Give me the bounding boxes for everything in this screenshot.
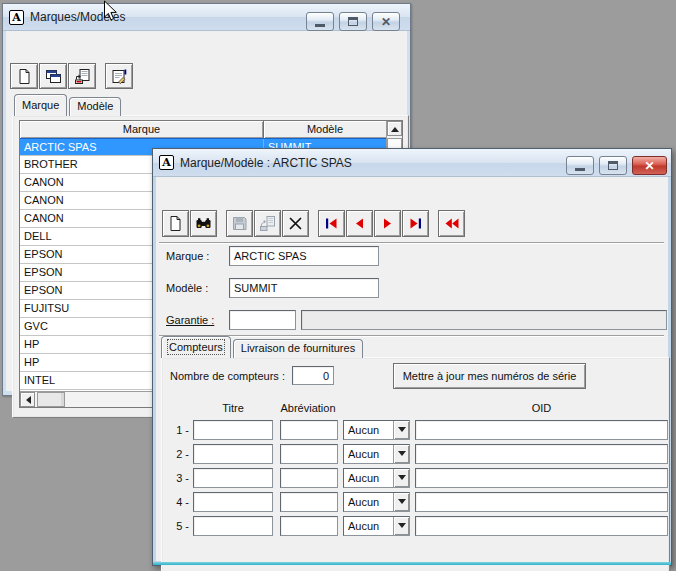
close-icon: ✕: [381, 16, 391, 28]
tab-label: Marque: [22, 99, 59, 111]
oid-input[interactable]: [415, 444, 668, 464]
tab-marque[interactable]: Marque: [14, 94, 67, 116]
nav-last-icon: [407, 215, 424, 232]
new-document-icon: [167, 215, 184, 232]
toolbar: [162, 210, 465, 237]
tab-mod-le[interactable]: Modèle: [69, 97, 121, 116]
dropdown-button[interactable]: [393, 517, 409, 535]
abreviation-input[interactable]: [280, 420, 338, 440]
titre-input[interactable]: [193, 516, 273, 536]
new-record-button[interactable]: [162, 210, 189, 237]
row-index-label: 4 -: [167, 496, 189, 508]
compteur-count-value: 0: [323, 370, 329, 382]
unit-select[interactable]: Aucun: [343, 468, 410, 488]
rewind-button[interactable]: [438, 210, 465, 237]
chevron-down-icon: [398, 427, 406, 436]
cascade-windows-icon: [45, 68, 62, 85]
dropdown-button[interactable]: [393, 493, 409, 511]
chevron-down-icon: [398, 475, 406, 484]
table-header: Marque Modèle: [20, 121, 386, 138]
garantie-label[interactable]: Garantie :: [166, 314, 214, 326]
close-button[interactable]: ✕: [632, 156, 667, 175]
row-index-label: 2 -: [167, 448, 189, 460]
compteur-count-label: Nombre de compteurs :: [170, 370, 285, 382]
modele-input[interactable]: SUMMIT: [229, 278, 379, 298]
new-record-button[interactable]: [10, 63, 38, 89]
properties-button[interactable]: [105, 63, 133, 89]
marque-input[interactable]: ARCTIC SPAS: [229, 246, 379, 266]
dropdown-button[interactable]: [393, 421, 409, 439]
unit-select-value: Aucun: [344, 469, 393, 487]
new-document-icon: [16, 68, 33, 85]
open-record-button[interactable]: [39, 63, 67, 89]
mouse-cursor: [103, 0, 118, 22]
unit-select-value: Aucun: [344, 421, 393, 439]
abreviation-input[interactable]: [280, 492, 338, 512]
unit-select-value: Aucun: [344, 493, 393, 511]
oid-input[interactable]: [415, 492, 668, 512]
scroll-left-button[interactable]: [20, 392, 35, 407]
app-icon[interactable]: A: [9, 10, 24, 25]
caption-buttons: ✕: [306, 12, 400, 31]
unit-select[interactable]: Aucun: [343, 444, 410, 464]
tab-strip: MarqueModèle: [14, 94, 123, 116]
arrow-left-icon: [22, 396, 31, 404]
tab-strip: CompteursLivraison de fournitures: [161, 337, 365, 358]
delete-button[interactable]: [282, 210, 309, 237]
compteur-row: 2 -Aucun: [162, 444, 669, 464]
paste-icon: [259, 215, 276, 232]
abreviation-input[interactable]: [280, 468, 338, 488]
abreviation-input[interactable]: [280, 444, 338, 464]
oid-input[interactable]: [415, 420, 668, 440]
last-record-button[interactable]: [402, 210, 429, 237]
modele-value: SUMMIT: [234, 282, 277, 294]
unit-select[interactable]: Aucun: [343, 420, 410, 440]
titre-input[interactable]: [193, 444, 273, 464]
chevron-down-icon: [398, 523, 406, 532]
maximize-button[interactable]: [599, 156, 627, 175]
unit-select[interactable]: Aucun: [343, 516, 410, 536]
nav-previous-icon: [351, 215, 368, 232]
unit-select-value: Aucun: [344, 445, 393, 463]
window-title: Marque/Modèle : ARCTIC SPAS: [180, 156, 352, 170]
minimize-button[interactable]: [566, 156, 594, 175]
horizontal-scroll-thumb[interactable]: [37, 392, 65, 407]
marque-label: Marque :: [166, 250, 209, 262]
first-record-button[interactable]: [318, 210, 345, 237]
oid-input[interactable]: [415, 468, 668, 488]
column-header-abreviation: Abréviation: [268, 402, 348, 414]
close-button[interactable]: ✕: [372, 12, 400, 31]
close-icon: ✕: [644, 160, 654, 172]
tab-livraison-de-fournitures[interactable]: Livraison de fournitures: [233, 339, 363, 358]
save-icon: [231, 215, 248, 232]
toolbar: [10, 63, 133, 89]
column-header-oid: OID: [415, 402, 668, 414]
scroll-up-button[interactable]: [387, 121, 402, 136]
titre-input[interactable]: [193, 420, 273, 440]
tab-label: Compteurs: [169, 341, 223, 353]
dropdown-button[interactable]: [393, 469, 409, 487]
column-header-modele[interactable]: Modèle: [264, 121, 386, 138]
abreviation-input[interactable]: [280, 516, 338, 536]
column-header-marque[interactable]: Marque: [20, 121, 264, 138]
app-icon[interactable]: A: [159, 155, 174, 170]
previous-record-button[interactable]: [346, 210, 373, 237]
chevron-down-icon: [398, 499, 406, 508]
caption-buttons: ✕: [566, 156, 667, 175]
titre-input[interactable]: [193, 492, 273, 512]
oid-input[interactable]: [415, 516, 668, 536]
transfer-button[interactable]: [68, 63, 96, 89]
tab-compteurs[interactable]: Compteurs: [161, 336, 231, 358]
update-serial-numbers-button[interactable]: Mettre à jour mes numéros de série: [393, 363, 586, 389]
unit-select-value: Aucun: [344, 517, 393, 535]
maximize-button[interactable]: [339, 12, 367, 31]
find-button[interactable]: [190, 210, 217, 237]
window-marque-modele-detail: A Marque/Modèle : ARCTIC SPAS ✕ Marque :…: [152, 148, 672, 566]
dropdown-button[interactable]: [393, 445, 409, 463]
garantie-input[interactable]: [229, 310, 296, 330]
titre-input[interactable]: [193, 468, 273, 488]
unit-select[interactable]: Aucun: [343, 492, 410, 512]
compteur-count-input[interactable]: 0: [292, 366, 334, 385]
minimize-button[interactable]: [306, 12, 334, 31]
next-record-button[interactable]: [374, 210, 401, 237]
